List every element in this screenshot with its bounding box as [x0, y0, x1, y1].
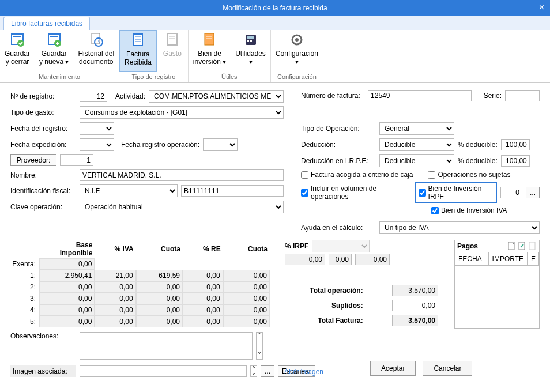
imagen-dots-button[interactable]: ...: [261, 365, 274, 377]
pre-2[interactable]: [183, 281, 223, 293]
imagen-asociada-input[interactable]: [80, 365, 247, 377]
bien-inversion-irpf-input[interactable]: [500, 187, 522, 198]
exenta-input: [39, 258, 95, 270]
del-page-icon[interactable]: [529, 242, 537, 251]
tipo-gasto-select[interactable]: Consumos de explotación - [G01]: [80, 106, 284, 119]
ribbon-historial[interactable]: Historial deldocumento: [73, 30, 119, 72]
img-spin[interactable]: ˄˅: [250, 365, 257, 377]
ribbon-guardar-nueva[interactable]: Guardary nueva ▾: [35, 30, 73, 72]
base-3[interactable]: [39, 293, 95, 304]
cuotare-4[interactable]: [223, 304, 270, 316]
pre-1[interactable]: [183, 270, 223, 281]
deduccion-irpf-select[interactable]: Deducible: [379, 154, 454, 167]
cuota-4[interactable]: [136, 304, 183, 316]
ayuda-calculo-label: Ayuda en el cálculo:: [301, 224, 376, 232]
svg-rect-8: [133, 34, 142, 46]
fecha-reg-op-input[interactable]: [203, 138, 238, 151]
cuotare-5[interactable]: [223, 316, 270, 327]
actividad-select[interactable]: COM.MEN.PTOS.ALIMENTICIOS ME: [149, 90, 284, 103]
tipo-operacion-select[interactable]: General: [379, 122, 454, 135]
ribbon-guardar-cerrar[interactable]: Guardary cerrar: [0, 30, 35, 72]
pct-deducible-irpf-label: % deducible:: [458, 157, 498, 165]
piva-1[interactable]: [95, 270, 135, 281]
pagos-col-e[interactable]: E: [528, 252, 539, 265]
cuota-5[interactable]: [136, 316, 183, 327]
tab-libro-facturas[interactable]: Libro facturas recibidas: [3, 17, 90, 30]
suplidos[interactable]: [392, 300, 438, 311]
proveedor-button[interactable]: Proveedor:: [10, 154, 56, 166]
piva-4[interactable]: [95, 304, 135, 316]
pct-deducible-label: % deducible:: [458, 141, 498, 149]
deduccion-irpf-label: Deducción en I.R.P.F.:: [301, 157, 376, 165]
svg-rect-12: [168, 33, 177, 45]
nombre-input[interactable]: [80, 169, 284, 181]
factura-caja-check[interactable]: Factura acogida a criterio de caja: [301, 171, 413, 179]
irpf-cuota: [355, 254, 390, 265]
obs-spin[interactable]: ˄˅: [256, 332, 263, 360]
fecha-registro-input[interactable]: [80, 122, 114, 135]
num-factura-input[interactable]: [368, 90, 472, 101]
num-registro-input[interactable]: [80, 91, 107, 102]
cuota-1[interactable]: [136, 270, 183, 281]
piva-2[interactable]: [95, 281, 135, 293]
titlebar: Modificación de la factura recibida ×: [0, 0, 550, 16]
clave-op-select[interactable]: Operación habitual: [80, 201, 284, 213]
fecha-exp-label: Fecha expedición:: [10, 141, 76, 149]
proveedor-input[interactable]: [60, 154, 93, 166]
pct-deducible-input[interactable]: [501, 139, 530, 150]
id-fiscal-tipo-select[interactable]: N.I.F.: [80, 184, 178, 197]
fecha-exp-input[interactable]: [80, 138, 114, 151]
ribbon-bien-inversion[interactable]: Bien deinversión ▾: [189, 30, 231, 72]
ribbon-factura-recibida[interactable]: FacturaRecibida: [119, 30, 157, 72]
cuota-2[interactable]: [136, 281, 183, 293]
add-page-icon[interactable]: [508, 242, 516, 251]
pre-3[interactable]: [183, 293, 223, 304]
op-no-sujetas-check[interactable]: Operaciones no sujetas: [428, 171, 510, 179]
clave-op-label: Clave operación:: [10, 203, 76, 211]
bien-inversion-irpf-dots[interactable]: ...: [526, 187, 540, 198]
edit-page-icon[interactable]: [518, 242, 526, 251]
cuotare-1[interactable]: [223, 270, 270, 281]
cuota-3[interactable]: [136, 293, 183, 304]
ayuda-calculo-select[interactable]: Un tipo de IVA: [379, 221, 540, 234]
ribbon-gasto: Gasto: [157, 30, 188, 72]
pre-5[interactable]: [183, 316, 223, 327]
cuotare-3[interactable]: [223, 293, 270, 304]
base-4[interactable]: [39, 304, 95, 316]
bien-inversion-iva-check[interactable]: Bien de Inversión IVA: [431, 206, 507, 214]
base-5[interactable]: [39, 316, 95, 327]
pagos-col-importe[interactable]: IMPORTE: [489, 252, 528, 265]
pre-4[interactable]: [183, 304, 223, 316]
piva-3[interactable]: [95, 293, 135, 304]
svg-rect-19: [247, 36, 254, 39]
hdr-pct-iva: % IVA: [95, 240, 135, 258]
fecha-registro-label: Fecha del registro:: [10, 125, 76, 133]
total-op: [392, 285, 438, 296]
piva-5[interactable]: [95, 316, 135, 327]
base-2[interactable]: [39, 281, 95, 293]
bien-inversion-irpf-check[interactable]: Bien de Inversión IRPF: [415, 182, 497, 203]
cancelar-button[interactable]: Cancelar: [423, 361, 472, 376]
close-icon[interactable]: ×: [539, 2, 544, 13]
nombre-label: Nombre:: [10, 171, 76, 179]
svg-rect-15: [205, 33, 214, 45]
tab-row: Libro facturas recibidas: [0, 16, 550, 30]
observaciones-textarea[interactable]: [80, 332, 253, 360]
base-1[interactable]: [39, 270, 95, 281]
ribbon-utilidades[interactable]: Utilidades▾: [231, 30, 270, 72]
aceptar-button[interactable]: Aceptar: [370, 361, 416, 376]
num-factura-label: Número de factura:: [301, 92, 364, 100]
deduccion-label: Deducción:: [301, 141, 376, 149]
ribbon-configuracion[interactable]: Configuración▾: [271, 30, 323, 72]
incluir-volumen-check[interactable]: Incluir en volumen de operaciones: [301, 184, 408, 201]
ribbon: Guardary cerrarGuardary nueva ▾Historial…: [0, 30, 550, 83]
serie-input[interactable]: [505, 90, 540, 101]
pagos-col-fecha[interactable]: FECHA: [455, 252, 489, 265]
pct-deducible-irpf-input[interactable]: [501, 155, 530, 167]
svg-point-23: [295, 38, 299, 42]
cuotare-2[interactable]: [223, 281, 270, 293]
id-fiscal-input[interactable]: [181, 185, 284, 197]
deduccion-select[interactable]: Deducible: [379, 138, 454, 151]
abrir-imagen-link[interactable]: Abrir imagen: [284, 368, 323, 376]
irpf-select: [312, 240, 370, 252]
